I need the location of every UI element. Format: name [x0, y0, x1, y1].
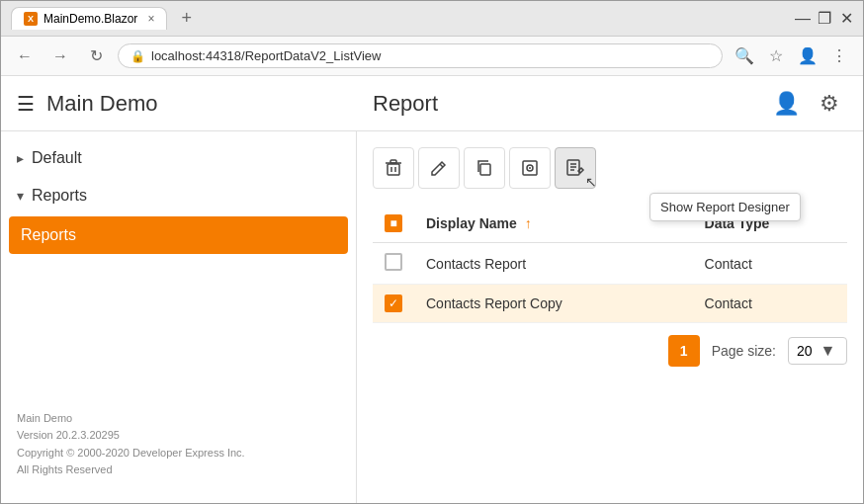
header-left: ☰ Main Demo: [17, 91, 373, 117]
browser-tab[interactable]: X MainDemo.Blazor ×: [11, 7, 167, 30]
table-cell-display-name: Contacts Report Copy: [414, 285, 693, 323]
sidebar-item-reports-parent[interactable]: ▾ Reports: [1, 177, 356, 214]
app-content: ☰ Main Demo Report 👤 ⚙ ▸ Default ▾: [1, 76, 863, 503]
chevron-down-icon: ▾: [17, 188, 24, 204]
header-middle: Report: [373, 91, 768, 117]
delete-button[interactable]: [373, 147, 414, 189]
designer-button[interactable]: ↖: [555, 147, 596, 189]
table-cell-checkbox[interactable]: ✓: [373, 285, 414, 323]
url-text: localhost:44318/ReportDataV2_ListView: [151, 48, 381, 63]
main-layout: ▸ Default ▾ Reports Reports Main Demo Ve…: [1, 131, 863, 503]
chevron-right-icon: ▸: [17, 150, 24, 166]
row-checkbox[interactable]: [385, 253, 402, 271]
app-title: Main Demo: [46, 91, 373, 117]
sort-ascending-icon[interactable]: ↑: [525, 215, 532, 231]
hamburger-button[interactable]: ☰: [17, 92, 35, 116]
page-title: Report: [373, 91, 768, 117]
sidebar-footer: Main Demo Version 20.2.3.20295 Copyright…: [1, 394, 356, 495]
table-body: Contacts ReportContact✓Contacts Report C…: [373, 243, 847, 323]
edit-button[interactable]: [418, 147, 460, 189]
toolbar: ↖ Show Report Designer: [373, 147, 847, 189]
search-icon-btn[interactable]: 🔍: [731, 42, 758, 70]
svg-rect-0: [388, 164, 399, 175]
user-icon-button[interactable]: 👤: [768, 86, 804, 122]
sidebar-item-reports-active[interactable]: Reports: [9, 216, 348, 254]
preview-icon: [521, 159, 539, 177]
preview-button[interactable]: [509, 147, 551, 189]
copy-icon: [475, 159, 493, 177]
tooltip-show-report-designer: Show Report Designer: [649, 193, 801, 221]
row-checkbox[interactable]: ✓: [385, 294, 402, 312]
svg-rect-2: [390, 160, 396, 163]
close-button[interactable]: ✕: [839, 12, 853, 26]
app-header: ☰ Main Demo Report 👤 ⚙: [1, 76, 863, 131]
table-cell-display-name: Contacts Report: [414, 243, 693, 285]
table-cell-data-type: Contact: [693, 285, 847, 323]
table-row[interactable]: Contacts ReportContact: [373, 243, 847, 285]
header-checkbox[interactable]: ■: [385, 214, 402, 232]
new-tab-button[interactable]: +: [175, 6, 198, 31]
footer-line1: Main Demo: [17, 410, 340, 428]
page-size-value: 20: [797, 343, 813, 359]
copy-button[interactable]: [464, 147, 505, 189]
table-header-checkbox-cell[interactable]: ■: [373, 205, 414, 243]
restore-button[interactable]: ❐: [818, 12, 831, 26]
table-cell-data-type: Contact: [693, 243, 847, 285]
svg-line-5: [440, 164, 443, 167]
sidebar-default-label: Default: [32, 149, 82, 167]
reload-button[interactable]: ↻: [82, 42, 110, 70]
report-table: ■ Display Name ↑ Data Type Contacts Repo…: [373, 205, 847, 323]
footer-line3: Copyright © 2000-2020 Developer Express …: [17, 445, 340, 462]
back-button[interactable]: ←: [11, 42, 39, 70]
svg-point-9: [529, 167, 531, 169]
window-controls: — ❐ ✕: [796, 12, 853, 26]
lock-icon: 🔒: [130, 49, 145, 63]
menu-button[interactable]: ⋮: [825, 42, 853, 70]
designer-icon: [565, 158, 585, 178]
dropdown-arrow-icon: ▼: [821, 342, 836, 360]
page-size-select[interactable]: 20 ▼: [788, 337, 847, 365]
footer-line4: All Rights Reserved: [17, 462, 340, 479]
settings-button[interactable]: ⚙: [812, 86, 847, 122]
profile-button[interactable]: 👤: [794, 42, 821, 70]
footer-line2: Version 20.2.3.20295: [17, 427, 340, 445]
forward-button[interactable]: →: [46, 42, 74, 70]
title-bar: X MainDemo.Blazor × + — ❐ ✕: [1, 1, 863, 37]
address-bar: ← → ↻ 🔒 localhost:44318/ReportDataV2_Lis…: [1, 37, 863, 76]
sidebar-item-default[interactable]: ▸ Default: [1, 139, 356, 177]
content-area: ↖ Show Report Designer ■ Display Name: [357, 131, 863, 503]
table-cell-checkbox[interactable]: [373, 243, 414, 285]
bookmark-button[interactable]: ☆: [762, 42, 790, 70]
minimize-button[interactable]: —: [796, 12, 810, 26]
tab-close-btn[interactable]: ×: [147, 12, 154, 26]
url-bar[interactable]: 🔒 localhost:44318/ReportDataV2_ListView: [118, 43, 723, 68]
svg-rect-6: [480, 164, 490, 175]
sidebar-reports-active-label: Reports: [21, 226, 76, 243]
tab-title: MainDemo.Blazor: [43, 12, 137, 26]
page-number[interactable]: 1: [668, 335, 700, 367]
pagination: 1 Page size: 20 ▼: [373, 323, 847, 371]
sidebar: ▸ Default ▾ Reports Reports Main Demo Ve…: [1, 131, 357, 503]
table-row[interactable]: ✓Contacts Report CopyContact: [373, 285, 847, 323]
cursor-icon: ↖: [585, 174, 597, 190]
page-size-label: Page size:: [712, 343, 776, 359]
header-right: 👤 ⚙: [768, 86, 847, 122]
edit-icon: [430, 159, 448, 177]
sidebar-reports-parent-label: Reports: [32, 187, 87, 205]
delete-icon: [385, 159, 402, 177]
tab-favicon: X: [24, 12, 38, 26]
address-actions: 🔍 ☆ 👤 ⋮: [731, 42, 853, 70]
